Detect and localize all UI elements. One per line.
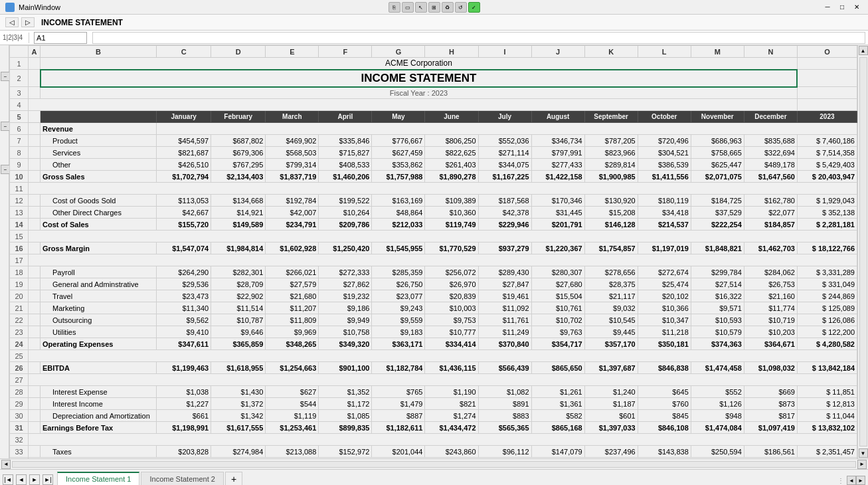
toolbar-icon-2[interactable]: ▭: [402, 2, 414, 13]
col-header-i: I: [478, 46, 531, 58]
col-header-f: F: [319, 46, 372, 58]
gm-jul: $937,279: [478, 242, 531, 254]
ebitda-label: EBITDA: [41, 362, 157, 374]
other-direct-feb: $14,921: [211, 207, 266, 219]
row-num-28: 28: [10, 386, 29, 398]
toolbar-icon-7[interactable]: ✓: [468, 2, 480, 13]
int-income-jun: $821: [425, 398, 478, 410]
scroll-left-button[interactable]: ◄: [1, 460, 11, 469]
other-apr: $408,533: [319, 159, 372, 171]
tab-next-button[interactable]: ►: [29, 474, 40, 485]
minimize-button[interactable]: ─: [822, 1, 833, 13]
name-box[interactable]: [34, 32, 87, 44]
ebitda-feb: $1,618,955: [211, 362, 266, 374]
row-num-2: 2: [10, 70, 29, 87]
other-direct-aug: $31,445: [531, 207, 584, 219]
other-direct-dec: $22,077: [744, 207, 797, 219]
tab-status-area: ⋮ ◄ ►: [242, 476, 868, 485]
col-may: May: [372, 111, 425, 123]
toolbar-icon-1[interactable]: ⎘: [389, 2, 400, 13]
int-expense-dec: $669: [744, 386, 797, 398]
cell-24a: [29, 338, 41, 350]
col-october: October: [638, 111, 691, 123]
title-bar: MainWindow ⎘ ▭ ↖ ⊞ ♻ ↺ ✓ ─ □ ✕: [0, 0, 868, 15]
marketing-sep: $9,032: [584, 302, 638, 314]
gm-nov: $1,848,821: [691, 242, 744, 254]
close-button[interactable]: ✕: [851, 1, 863, 13]
cell-30a: [29, 410, 41, 422]
other-direct-jun: $10,360: [425, 207, 478, 219]
payroll-year: $ 3,331,289: [797, 266, 857, 278]
gm-dec: $1,462,703: [744, 242, 797, 254]
cell-1o: [797, 58, 857, 70]
cell-31a: [29, 422, 41, 434]
other-direct-jul: $42,378: [478, 207, 531, 219]
other-jan: $426,510: [157, 159, 211, 171]
other-may: $353,862: [372, 159, 425, 171]
cell-28a: [29, 386, 41, 398]
tab-first-button[interactable]: |◄: [3, 474, 13, 485]
product-mar: $469,902: [266, 135, 319, 147]
undo-button[interactable]: ◁: [5, 17, 19, 27]
tab-income-statement-2[interactable]: Income Statement 2: [141, 472, 223, 485]
col-january: January: [157, 111, 211, 123]
maximize-button[interactable]: □: [836, 1, 848, 13]
travel-feb: $22,902: [211, 290, 266, 302]
cos-sep: $146,128: [584, 219, 638, 231]
ebt-oct: $846,108: [638, 422, 691, 434]
row-num-22: 22: [10, 314, 29, 326]
cogs-may: $163,169: [372, 195, 425, 207]
int-expense-feb: $1,430: [211, 386, 266, 398]
row-num-13: 13: [10, 207, 29, 219]
ebt-mar: $1,253,461: [266, 422, 319, 434]
ebt-nov: $1,474,084: [691, 422, 744, 434]
tab-income-statement-1[interactable]: Income Statement 1: [57, 472, 139, 485]
tab-last-button[interactable]: ►|: [43, 474, 53, 485]
int-income-mar: $544: [266, 398, 319, 410]
toolbar-icon-3[interactable]: ↖: [415, 2, 427, 13]
col-header-n: N: [744, 46, 797, 58]
row-num-9: 9: [10, 159, 29, 171]
cell-25: [29, 350, 857, 362]
row-num-29: 29: [10, 398, 29, 410]
cos-nov: $222,254: [691, 219, 744, 231]
utilities-oct: $11,218: [638, 326, 691, 338]
table-row: 24 Operating Expenses $347,611 $365,859 …: [10, 338, 857, 350]
travel-may: $23,077: [372, 290, 425, 302]
cell-13a: [29, 207, 41, 219]
table-row: 3 Fiscal Year : 2023: [10, 87, 857, 99]
tab-scroll-right[interactable]: ►: [856, 476, 865, 485]
add-sheet-button[interactable]: +: [225, 472, 242, 485]
opex-feb: $365,859: [211, 338, 266, 350]
product-jun: $806,250: [425, 135, 478, 147]
ebt-apr: $899,835: [319, 422, 372, 434]
da-aug: $582: [531, 410, 584, 422]
tab-scroll-left[interactable]: ◄: [847, 476, 856, 485]
cogs-dec: $162,780: [744, 195, 797, 207]
other-jul: $344,075: [478, 159, 531, 171]
formula-input[interactable]: [92, 32, 865, 44]
scroll-up-button[interactable]: ▲: [859, 46, 868, 55]
toolbar-icon-4[interactable]: ⊞: [428, 2, 440, 13]
cogs-jun: $109,389: [425, 195, 478, 207]
travel-year: $ 244,869: [797, 290, 857, 302]
collapse-btn-3[interactable]: −: [1, 165, 10, 174]
ebitda-oct: $846,838: [638, 362, 691, 374]
collapse-btn-2[interactable]: −: [1, 122, 10, 131]
services-sep: $823,966: [584, 147, 638, 159]
collapse-btn-1[interactable]: −: [1, 72, 10, 81]
gen-admin-nov: $27,514: [691, 278, 744, 290]
window-controls: ─ □ ✕: [822, 1, 863, 13]
redo-button[interactable]: ▷: [21, 17, 35, 27]
left-panel: − − −: [0, 45, 9, 458]
da-jul: $883: [478, 410, 531, 422]
scroll-down-button[interactable]: ▼: [859, 448, 868, 458]
other-direct-apr: $10,264: [319, 207, 372, 219]
scroll-right-button[interactable]: ►: [857, 460, 867, 469]
table-row: 4: [10, 99, 857, 111]
int-expense-apr: $1,352: [319, 386, 372, 398]
tab-prev-button[interactable]: ◄: [16, 474, 27, 485]
cell-12a: [29, 195, 41, 207]
toolbar-icon-5[interactable]: ♻: [442, 2, 454, 13]
toolbar-icon-6[interactable]: ↺: [455, 2, 467, 13]
